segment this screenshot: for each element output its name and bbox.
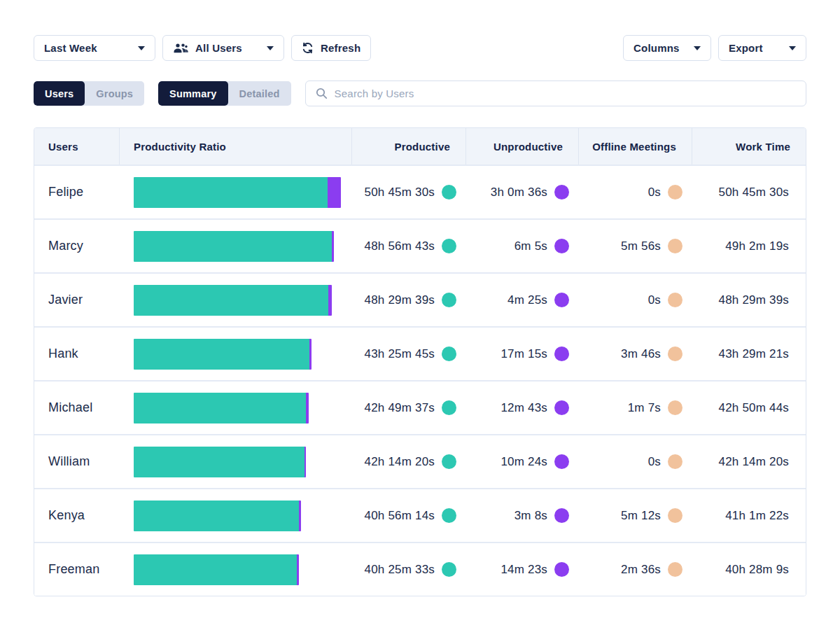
- unproductive-dot-icon: [554, 239, 569, 253]
- tab-users[interactable]: Users: [34, 81, 85, 106]
- productive-value: 48h 29m 39s: [365, 293, 435, 307]
- unproductive-dot-icon: [554, 185, 569, 200]
- unproductive-bar-segment: [328, 285, 332, 316]
- productive-dot-icon: [442, 239, 456, 253]
- users-table: Users Productivity Ratio Productive Unpr…: [34, 127, 806, 596]
- offline-meetings-cell: 0s: [579, 274, 692, 326]
- productive-dot-icon: [442, 293, 456, 307]
- productive-dot-icon: [442, 562, 456, 577]
- table-row[interactable]: Freeman 40h 25m 33s 14m 23s 2m 36s 40h 2…: [34, 542, 806, 596]
- unproductive-cell: 10m 24s: [466, 435, 579, 488]
- offline-meetings-dot-icon: [668, 239, 682, 253]
- columns-dropdown[interactable]: Columns: [623, 35, 711, 61]
- productive-value: 48h 56m 43s: [365, 239, 435, 253]
- productivity-bar-track: [134, 447, 341, 477]
- refresh-button[interactable]: Refresh: [291, 35, 371, 61]
- unproductive-bar-segment: [309, 339, 312, 370]
- productivity-bar: [134, 231, 334, 262]
- offline-meetings-value: 0s: [648, 455, 661, 469]
- work-time-value: 49h 2m 19s: [725, 239, 789, 253]
- productivity-bar-track: [134, 231, 341, 262]
- unproductive-value: 10m 24s: [500, 455, 547, 469]
- offline-meetings-dot-icon: [668, 562, 682, 577]
- unproductive-bar-segment: [299, 500, 301, 531]
- work-time-cell: 41h 1m 22s: [692, 489, 806, 542]
- chevron-down-icon: [267, 46, 274, 50]
- tab-detailed[interactable]: Detailed: [228, 81, 291, 106]
- productivity-ratio-cell: [120, 543, 352, 596]
- work-time-value: 41h 1m 22s: [725, 509, 789, 523]
- productive-bar-segment: [134, 231, 332, 262]
- search-box: [305, 80, 806, 106]
- user-filter-select[interactable]: All Users: [162, 35, 284, 61]
- productive-value: 42h 49m 37s: [365, 401, 435, 415]
- view-toggle: Summary Detailed: [158, 81, 291, 106]
- unproductive-dot-icon: [554, 293, 569, 307]
- user-name: Marcy: [34, 220, 120, 272]
- work-time-cell: 48h 29m 39s: [692, 274, 806, 326]
- work-time-value: 42h 14m 20s: [719, 455, 790, 469]
- productive-cell: 50h 45m 30s: [352, 166, 466, 218]
- unproductive-dot-icon: [554, 562, 569, 577]
- unproductive-dot-icon: [554, 454, 569, 469]
- date-range-select[interactable]: Last Week: [34, 35, 155, 61]
- productive-cell: 43h 25m 45s: [352, 328, 466, 380]
- export-dropdown[interactable]: Export: [718, 35, 806, 61]
- user-name: Javier: [34, 274, 120, 326]
- table-row[interactable]: Marcy 48h 56m 43s 6m 5s 5m 56s 49h 2m 19…: [34, 218, 806, 272]
- table-row[interactable]: William 42h 14m 20s 10m 24s 0s 42h 14m 2…: [34, 434, 806, 488]
- chevron-down-icon: [789, 46, 796, 50]
- col-header-productive[interactable]: Productive: [352, 128, 466, 164]
- table-row[interactable]: Felipe 50h 45m 30s 3h 0m 36s 0s 50h 45m …: [34, 164, 806, 218]
- user-filter-label: All Users: [195, 42, 242, 54]
- search-input[interactable]: [335, 88, 796, 99]
- offline-meetings-cell: 2m 36s: [579, 543, 692, 596]
- productivity-ratio-cell: [120, 489, 352, 542]
- productivity-bar: [134, 500, 301, 531]
- table-row[interactable]: Hank 43h 25m 45s 17m 15s 3m 46s 43h 29m …: [34, 326, 806, 380]
- productivity-bar-track: [134, 285, 341, 316]
- toolbar-right-group: Columns Export: [623, 35, 806, 61]
- col-header-productivity-ratio[interactable]: Productivity Ratio: [120, 128, 352, 164]
- productivity-bar: [134, 447, 306, 477]
- col-header-users[interactable]: Users: [34, 128, 120, 164]
- tab-groups[interactable]: Groups: [85, 81, 144, 106]
- user-name: Felipe: [34, 166, 120, 218]
- productivity-ratio-cell: [120, 328, 352, 380]
- table-header: Users Productivity Ratio Productive Unpr…: [34, 128, 806, 164]
- work-time-value: 50h 45m 30s: [719, 186, 790, 200]
- productive-bar-segment: [134, 554, 297, 585]
- unproductive-dot-icon: [554, 508, 569, 523]
- productivity-ratio-cell: [120, 274, 352, 326]
- unproductive-bar-segment: [304, 447, 306, 477]
- productivity-ratio-cell: [120, 382, 352, 434]
- table-row[interactable]: Javier 48h 29m 39s 4m 25s 0s 48h 29m 39s: [34, 272, 806, 326]
- unproductive-bar-segment: [328, 177, 341, 208]
- export-label: Export: [729, 42, 763, 54]
- table-row[interactable]: Kenya 40h 56m 14s 3m 8s 5m 12s 41h 1m 22…: [34, 488, 806, 542]
- col-header-unproductive[interactable]: Unproductive: [466, 128, 579, 164]
- offline-meetings-cell: 1m 7s: [579, 382, 692, 434]
- productive-bar-segment: [134, 285, 328, 316]
- work-time-value: 40h 28m 9s: [725, 563, 789, 577]
- offline-meetings-dot-icon: [668, 454, 682, 469]
- productivity-bar-track: [134, 177, 341, 208]
- work-time-cell: 43h 29m 21s: [692, 328, 806, 380]
- col-header-work-time[interactable]: Work Time: [692, 128, 806, 164]
- productive-cell: 48h 29m 39s: [352, 274, 466, 326]
- col-header-offline-meetings[interactable]: Offline Meetings: [579, 128, 692, 164]
- unproductive-value: 17m 15s: [500, 347, 547, 361]
- tab-summary[interactable]: Summary: [158, 81, 228, 106]
- offline-meetings-dot-icon: [668, 185, 682, 200]
- productivity-bar-track: [134, 393, 341, 424]
- offline-meetings-cell: 0s: [579, 166, 692, 218]
- unproductive-cell: 14m 23s: [466, 543, 579, 596]
- table-row[interactable]: Michael 42h 49m 37s 12m 43s 1m 7s 42h 50…: [34, 380, 806, 434]
- work-time-cell: 40h 28m 9s: [692, 543, 806, 596]
- productivity-bar: [134, 554, 299, 585]
- offline-meetings-value: 5m 12s: [621, 509, 661, 523]
- productive-value: 43h 25m 45s: [365, 347, 435, 361]
- unproductive-value: 6m 5s: [514, 239, 547, 253]
- offline-meetings-value: 2m 36s: [621, 563, 661, 577]
- user-name: Hank: [34, 328, 120, 380]
